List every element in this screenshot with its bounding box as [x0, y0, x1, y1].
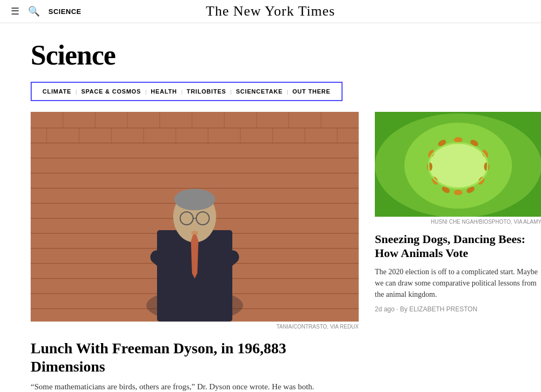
svg-point-52: [454, 190, 462, 195]
left-article-summary: “Some mathematicians are birds, others a…: [31, 381, 359, 392]
subnav-item-health[interactable]: HEALTH: [147, 87, 180, 96]
right-article-time: 2d ago: [375, 305, 395, 313]
left-article-image[interactable]: [31, 112, 359, 322]
page-title: Science: [31, 39, 510, 71]
right-article-image[interactable]: [375, 112, 541, 217]
hamburger-menu-icon[interactable]: ☰: [11, 5, 19, 17]
right-article-author[interactable]: ELIZABETH PRESTON: [409, 305, 477, 313]
sub-navigation: CLIMATE | SPACE & COSMOS | HEALTH | TRIL…: [31, 82, 343, 101]
right-article-by: By: [400, 305, 408, 313]
page-title-section: Science: [0, 23, 541, 76]
svg-rect-41: [191, 231, 198, 234]
left-article: TANIA/CONTRASTO, VIA REDUX Lunch With Fr…: [31, 112, 359, 392]
right-article-meta: 2d ago · By ELIZABETH PRESTON: [375, 305, 541, 313]
subnav-item-trilobites[interactable]: TRILOBITES: [183, 87, 229, 96]
left-article-image-caption: TANIA/CONTRASTO, VIA REDUX: [31, 322, 359, 332]
top-navigation: ☰ 🔍 SCIENCE The New York Times: [0, 0, 541, 23]
svg-point-46: [454, 137, 462, 142]
main-content: TANIA/CONTRASTO, VIA REDUX Lunch With Fr…: [0, 112, 541, 392]
right-article-summary: The 2020 election is off to a complicate…: [375, 266, 541, 300]
search-icon[interactable]: 🔍: [28, 5, 40, 17]
subnav-item-climate[interactable]: CLIMATE: [39, 87, 75, 96]
subnav-item-space-cosmos[interactable]: SPACE & COSMOS: [78, 87, 144, 96]
right-article-image-credit: HUSNI CHE NGAH/BIOSPHOTO, VIA ALAMY: [375, 217, 541, 227]
left-article-headline[interactable]: Lunch With Freeman Dyson, in 196,883 Dim…: [31, 339, 359, 375]
svg-point-36: [174, 189, 215, 210]
nyt-logo[interactable]: The New York Times: [206, 3, 336, 19]
right-article-headline[interactable]: Sneezing Dogs, Dancing Bees: How Animals…: [375, 232, 541, 261]
subnav-item-sciencetake[interactable]: SCIENCETAKE: [233, 87, 286, 96]
subnav-item-out-there[interactable]: OUT THERE: [289, 87, 334, 96]
right-article: HUSNI CHE NGAH/BIOSPHOTO, VIA ALAMY Snee…: [375, 112, 541, 392]
section-label: SCIENCE: [48, 8, 81, 16]
right-article-dot: ·: [396, 305, 400, 313]
